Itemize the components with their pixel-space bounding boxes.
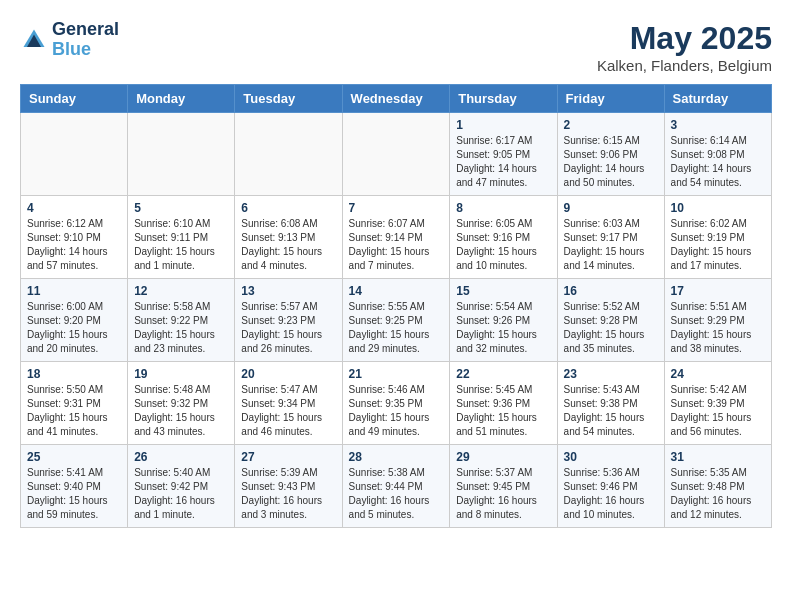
day-info: Sunrise: 5:43 AM Sunset: 9:38 PM Dayligh… (564, 383, 658, 439)
day-number: 28 (349, 450, 444, 464)
day-info: Sunrise: 5:52 AM Sunset: 9:28 PM Dayligh… (564, 300, 658, 356)
day-number: 11 (27, 284, 121, 298)
calendar-cell: 18Sunrise: 5:50 AM Sunset: 9:31 PM Dayli… (21, 362, 128, 445)
day-info: Sunrise: 6:07 AM Sunset: 9:14 PM Dayligh… (349, 217, 444, 273)
day-number: 27 (241, 450, 335, 464)
calendar-cell: 1Sunrise: 6:17 AM Sunset: 9:05 PM Daylig… (450, 113, 557, 196)
calendar-cell: 15Sunrise: 5:54 AM Sunset: 9:26 PM Dayli… (450, 279, 557, 362)
day-info: Sunrise: 6:00 AM Sunset: 9:20 PM Dayligh… (27, 300, 121, 356)
day-info: Sunrise: 6:14 AM Sunset: 9:08 PM Dayligh… (671, 134, 765, 190)
day-number: 10 (671, 201, 765, 215)
calendar-cell: 20Sunrise: 5:47 AM Sunset: 9:34 PM Dayli… (235, 362, 342, 445)
day-info: Sunrise: 5:54 AM Sunset: 9:26 PM Dayligh… (456, 300, 550, 356)
day-number: 12 (134, 284, 228, 298)
calendar-cell (128, 113, 235, 196)
weekday-header: Saturday (664, 85, 771, 113)
calendar-week: 1Sunrise: 6:17 AM Sunset: 9:05 PM Daylig… (21, 113, 772, 196)
day-number: 31 (671, 450, 765, 464)
calendar-week: 11Sunrise: 6:00 AM Sunset: 9:20 PM Dayli… (21, 279, 772, 362)
day-number: 17 (671, 284, 765, 298)
calendar-table: SundayMondayTuesdayWednesdayThursdayFrid… (20, 84, 772, 528)
day-info: Sunrise: 5:50 AM Sunset: 9:31 PM Dayligh… (27, 383, 121, 439)
day-number: 30 (564, 450, 658, 464)
day-info: Sunrise: 6:08 AM Sunset: 9:13 PM Dayligh… (241, 217, 335, 273)
day-number: 9 (564, 201, 658, 215)
day-info: Sunrise: 5:57 AM Sunset: 9:23 PM Dayligh… (241, 300, 335, 356)
calendar-cell: 16Sunrise: 5:52 AM Sunset: 9:28 PM Dayli… (557, 279, 664, 362)
calendar-cell: 23Sunrise: 5:43 AM Sunset: 9:38 PM Dayli… (557, 362, 664, 445)
day-info: Sunrise: 6:10 AM Sunset: 9:11 PM Dayligh… (134, 217, 228, 273)
calendar-cell: 6Sunrise: 6:08 AM Sunset: 9:13 PM Daylig… (235, 196, 342, 279)
day-number: 23 (564, 367, 658, 381)
day-number: 24 (671, 367, 765, 381)
weekday-header: Wednesday (342, 85, 450, 113)
calendar-cell: 30Sunrise: 5:36 AM Sunset: 9:46 PM Dayli… (557, 445, 664, 528)
calendar-cell: 25Sunrise: 5:41 AM Sunset: 9:40 PM Dayli… (21, 445, 128, 528)
logo: General Blue (20, 20, 119, 60)
day-info: Sunrise: 5:35 AM Sunset: 9:48 PM Dayligh… (671, 466, 765, 522)
day-info: Sunrise: 5:46 AM Sunset: 9:35 PM Dayligh… (349, 383, 444, 439)
calendar-cell: 19Sunrise: 5:48 AM Sunset: 9:32 PM Dayli… (128, 362, 235, 445)
day-number: 26 (134, 450, 228, 464)
calendar-cell: 8Sunrise: 6:05 AM Sunset: 9:16 PM Daylig… (450, 196, 557, 279)
day-number: 8 (456, 201, 550, 215)
calendar-cell: 5Sunrise: 6:10 AM Sunset: 9:11 PM Daylig… (128, 196, 235, 279)
day-info: Sunrise: 5:45 AM Sunset: 9:36 PM Dayligh… (456, 383, 550, 439)
weekday-row: SundayMondayTuesdayWednesdayThursdayFrid… (21, 85, 772, 113)
calendar-cell: 24Sunrise: 5:42 AM Sunset: 9:39 PM Dayli… (664, 362, 771, 445)
calendar-cell: 11Sunrise: 6:00 AM Sunset: 9:20 PM Dayli… (21, 279, 128, 362)
calendar-week: 4Sunrise: 6:12 AM Sunset: 9:10 PM Daylig… (21, 196, 772, 279)
day-info: Sunrise: 5:41 AM Sunset: 9:40 PM Dayligh… (27, 466, 121, 522)
weekday-header: Monday (128, 85, 235, 113)
day-info: Sunrise: 5:36 AM Sunset: 9:46 PM Dayligh… (564, 466, 658, 522)
calendar-cell: 21Sunrise: 5:46 AM Sunset: 9:35 PM Dayli… (342, 362, 450, 445)
day-number: 1 (456, 118, 550, 132)
weekday-header: Friday (557, 85, 664, 113)
calendar-cell: 28Sunrise: 5:38 AM Sunset: 9:44 PM Dayli… (342, 445, 450, 528)
day-info: Sunrise: 6:05 AM Sunset: 9:16 PM Dayligh… (456, 217, 550, 273)
day-number: 6 (241, 201, 335, 215)
calendar-week: 18Sunrise: 5:50 AM Sunset: 9:31 PM Dayli… (21, 362, 772, 445)
calendar-cell (342, 113, 450, 196)
day-info: Sunrise: 5:47 AM Sunset: 9:34 PM Dayligh… (241, 383, 335, 439)
calendar-header: SundayMondayTuesdayWednesdayThursdayFrid… (21, 85, 772, 113)
calendar-cell: 9Sunrise: 6:03 AM Sunset: 9:17 PM Daylig… (557, 196, 664, 279)
day-info: Sunrise: 6:15 AM Sunset: 9:06 PM Dayligh… (564, 134, 658, 190)
day-number: 4 (27, 201, 121, 215)
page-header: General Blue May 2025 Kalken, Flanders, … (20, 20, 772, 74)
day-number: 3 (671, 118, 765, 132)
weekday-header: Sunday (21, 85, 128, 113)
day-number: 5 (134, 201, 228, 215)
day-info: Sunrise: 5:39 AM Sunset: 9:43 PM Dayligh… (241, 466, 335, 522)
weekday-header: Tuesday (235, 85, 342, 113)
day-number: 2 (564, 118, 658, 132)
calendar-body: 1Sunrise: 6:17 AM Sunset: 9:05 PM Daylig… (21, 113, 772, 528)
day-number: 16 (564, 284, 658, 298)
calendar-cell (21, 113, 128, 196)
day-info: Sunrise: 5:38 AM Sunset: 9:44 PM Dayligh… (349, 466, 444, 522)
calendar-cell: 3Sunrise: 6:14 AM Sunset: 9:08 PM Daylig… (664, 113, 771, 196)
day-info: Sunrise: 6:03 AM Sunset: 9:17 PM Dayligh… (564, 217, 658, 273)
day-number: 15 (456, 284, 550, 298)
calendar-cell: 22Sunrise: 5:45 AM Sunset: 9:36 PM Dayli… (450, 362, 557, 445)
day-number: 20 (241, 367, 335, 381)
day-info: Sunrise: 5:37 AM Sunset: 9:45 PM Dayligh… (456, 466, 550, 522)
day-number: 14 (349, 284, 444, 298)
day-info: Sunrise: 5:40 AM Sunset: 9:42 PM Dayligh… (134, 466, 228, 522)
day-info: Sunrise: 6:12 AM Sunset: 9:10 PM Dayligh… (27, 217, 121, 273)
day-info: Sunrise: 5:51 AM Sunset: 9:29 PM Dayligh… (671, 300, 765, 356)
day-info: Sunrise: 5:42 AM Sunset: 9:39 PM Dayligh… (671, 383, 765, 439)
calendar-cell: 14Sunrise: 5:55 AM Sunset: 9:25 PM Dayli… (342, 279, 450, 362)
day-number: 22 (456, 367, 550, 381)
day-info: Sunrise: 6:02 AM Sunset: 9:19 PM Dayligh… (671, 217, 765, 273)
calendar-cell: 26Sunrise: 5:40 AM Sunset: 9:42 PM Dayli… (128, 445, 235, 528)
calendar-cell: 13Sunrise: 5:57 AM Sunset: 9:23 PM Dayli… (235, 279, 342, 362)
calendar-cell: 17Sunrise: 5:51 AM Sunset: 9:29 PM Dayli… (664, 279, 771, 362)
logo-text: General Blue (52, 20, 119, 60)
calendar-week: 25Sunrise: 5:41 AM Sunset: 9:40 PM Dayli… (21, 445, 772, 528)
weekday-header: Thursday (450, 85, 557, 113)
calendar-title: May 2025 (597, 20, 772, 57)
day-number: 19 (134, 367, 228, 381)
day-info: Sunrise: 6:17 AM Sunset: 9:05 PM Dayligh… (456, 134, 550, 190)
calendar-cell: 31Sunrise: 5:35 AM Sunset: 9:48 PM Dayli… (664, 445, 771, 528)
